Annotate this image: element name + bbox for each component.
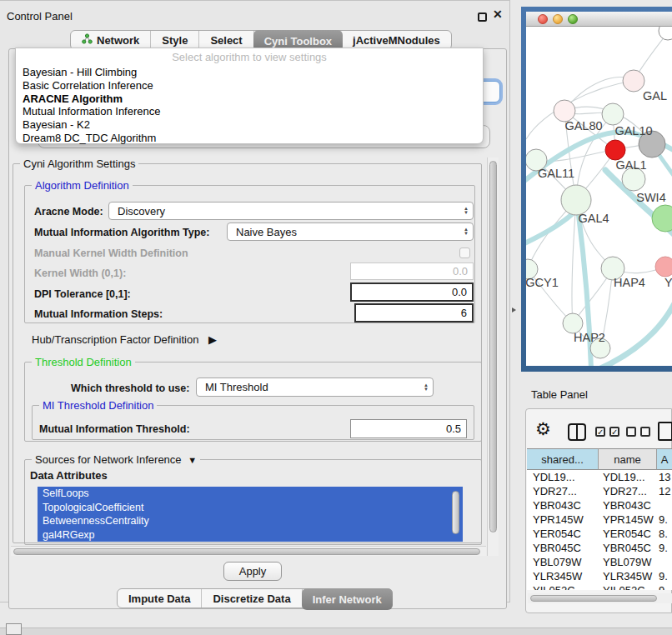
tab-network[interactable]: Network — [71, 31, 151, 49]
mi-threshold-input[interactable]: 0.5 — [350, 419, 467, 438]
node-label: GAL — [643, 89, 667, 102]
checked-checkbox-icon[interactable]: ✓ — [609, 427, 619, 437]
expanded-arrow-icon: ▼ — [188, 455, 197, 465]
node-label: SWI4 — [636, 191, 665, 204]
algo-option-bayesian-k2[interactable]: Bayesian - K2 — [16, 118, 483, 132]
stepper-arrows-icon: ▲▼ — [464, 207, 469, 215]
node-label: GAL80 — [564, 119, 602, 132]
close-icon[interactable]: ✕ — [493, 8, 503, 21]
table-row[interactable]: YLR345WYLR345W9. — [527, 569, 672, 583]
node-gal4[interactable] — [561, 185, 591, 215]
list-item[interactable]: BetweennessCentrality — [38, 514, 463, 528]
close-traffic-light[interactable] — [538, 14, 548, 24]
aracne-mode-combo[interactable]: Discovery ▲▼ — [108, 202, 474, 220]
sources-collapse-toggle[interactable]: Sources for Network Inference ▼ — [32, 453, 200, 466]
settings-horizontal-scrollbar[interactable] — [11, 546, 486, 556]
tab-infer-network[interactable]: Infer Network — [302, 588, 393, 610]
node-label: GAL10 — [614, 124, 652, 138]
mi-threshold-definition-title: MI Threshold Definition — [39, 399, 157, 412]
table-row[interactable]: YDL19...YDL19...13 — [527, 470, 672, 484]
algo-option-mutual-information[interactable]: Mutual Information Inference — [16, 105, 483, 118]
list-item[interactable]: gal4RGexp — [38, 528, 463, 542]
zoom-traffic-light[interactable] — [568, 14, 578, 24]
page-icon[interactable] — [658, 422, 672, 441]
kernel-width-input[interactable]: 0.0 — [350, 262, 474, 280]
mi-algorithm-type-label: Mutual Information Algorithm Type: — [34, 227, 209, 238]
list-item[interactable]: TopologicalCoefficient — [38, 501, 463, 515]
gear-icon[interactable]: ⚙ — [535, 419, 551, 439]
node-gal1[interactable] — [605, 140, 625, 160]
column-header-name[interactable]: name — [599, 448, 657, 470]
node-unlabeled-top[interactable] — [659, 27, 672, 40]
list-item[interactable]: SelfLoops — [38, 487, 463, 501]
tab-jactivemnodules[interactable]: jActiveMNodules — [342, 31, 451, 49]
table-row[interactable]: YDR27...YDR27...12 — [527, 484, 672, 498]
mi-algorithm-type-combo[interactable]: Naive Bayes ▲▼ — [227, 222, 474, 241]
minimize-traffic-light[interactable] — [553, 14, 563, 24]
algo-option-basic-correlation[interactable]: Basic Correlation Inference — [16, 79, 483, 92]
node-gal10[interactable] — [602, 103, 624, 125]
node-label: Y — [664, 276, 672, 289]
algo-option-dream8[interactable]: Dream8 DC_TDC Algorithm — [16, 132, 483, 145]
table-panel-title: Table Panel — [531, 388, 588, 401]
data-attributes-list: SelfLoops TopologicalCoefficient Between… — [38, 487, 463, 542]
node-label: GCY1 — [526, 276, 559, 289]
column-header-shared[interactable]: shared... — [527, 448, 599, 470]
algo-option-bayesian-hill-climbing[interactable]: Bayesian - Hill Climbing — [16, 66, 483, 79]
node-green-right[interactable] — [652, 205, 672, 232]
tab-style[interactable]: Style — [151, 31, 199, 49]
stepper-arrows-icon: ▲▼ — [424, 383, 429, 392]
table-row[interactable]: YBR043CYBR043C — [527, 498, 672, 512]
dpi-tolerance-label: DPI Tolerance [0,1]: — [34, 288, 131, 300]
tab-network-label: Network — [97, 34, 139, 47]
node-label: GAL1 — [615, 158, 646, 172]
tab-impute-data[interactable]: Impute Data — [118, 589, 202, 608]
list-scrollbar-thumb[interactable] — [452, 491, 459, 534]
apply-button[interactable]: Apply — [223, 562, 282, 581]
table-row[interactable]: YIL052CYIL052C9 — [527, 583, 672, 590]
unchecked-checkbox-icon[interactable] — [640, 427, 650, 437]
node-label: GAL11 — [538, 167, 574, 180]
network-icon — [82, 33, 93, 47]
network-canvas: GAL GAL80 GAL10 GAL1 GAL11 SWI4 GAL4 GCY… — [526, 27, 672, 366]
bottom-strip — [0, 628, 672, 635]
mi-threshold-label: Mutual Information Threshold: — [39, 423, 190, 435]
manual-kernel-checkbox[interactable] — [459, 248, 470, 258]
data-attributes-label: Data Attributes — [30, 469, 108, 482]
which-threshold-combo[interactable]: MI Threshold ▲▼ — [196, 378, 434, 397]
splitter-arrow-icon[interactable] — [512, 308, 516, 312]
aracne-mode-label: Aracne Mode: — [34, 206, 103, 218]
bottom-tabbar: Impute Data Discretize Data Infer Networ… — [117, 588, 393, 608]
node-label: HAP2 — [574, 331, 605, 344]
table-row[interactable]: YER054CYER054C8. — [527, 527, 672, 541]
node-gal-cut[interactable] — [623, 70, 644, 92]
node-y-cut[interactable] — [655, 257, 672, 277]
kernel-width-label: Kernel Width (0,1): — [34, 268, 126, 279]
settings-vertical-scrollbar[interactable] — [487, 158, 499, 556]
float-window-icon[interactable] — [478, 12, 487, 22]
table-horizontal-scrollbar[interactable] — [528, 593, 672, 603]
algorithm-placeholder: Select algorithm to view settings — [16, 48, 483, 66]
hub-definition-expander[interactable]: Hub/Transcription Factor Definition ▶ — [32, 333, 217, 346]
table-row[interactable]: YBR045CYBR045C9. — [527, 541, 672, 555]
network-window-titlebar[interactable] — [526, 12, 672, 27]
network-graph: GAL GAL80 GAL10 GAL1 GAL11 SWI4 GAL4 GCY… — [526, 27, 672, 366]
dpi-tolerance-input[interactable]: 0.0 — [350, 282, 474, 302]
unchecked-checkbox-icon[interactable] — [626, 427, 636, 437]
manual-kernel-label: Manual Kernel Width Definition — [34, 248, 188, 259]
tab-select[interactable]: Select — [199, 31, 253, 49]
minimized-panel-icon[interactable] — [6, 623, 22, 635]
column-header-cut[interactable]: A — [657, 448, 672, 470]
mi-steps-input[interactable]: 6 — [354, 303, 474, 322]
split-columns-icon[interactable] — [568, 423, 586, 441]
algo-option-aracne[interactable]: ARACNE Algorithm — [16, 92, 483, 106]
tab-discretize-data[interactable]: Discretize Data — [202, 589, 302, 608]
which-threshold-label: Which threshold to use: — [71, 382, 189, 394]
network-view-window: GAL GAL80 GAL10 GAL1 GAL11 SWI4 GAL4 GCY… — [521, 7, 672, 372]
node-label: GAL4 — [578, 212, 609, 225]
cyni-algorithm-settings-title: Cyni Algorithm Settings — [20, 158, 138, 170]
stepper-arrows-icon: ▲▼ — [464, 228, 469, 236]
checked-checkbox-icon[interactable]: ✓ — [595, 427, 605, 437]
table-row[interactable]: YBL079WYBL079W — [527, 555, 672, 569]
table-row[interactable]: YPR145WYPR145W9. — [527, 512, 672, 527]
